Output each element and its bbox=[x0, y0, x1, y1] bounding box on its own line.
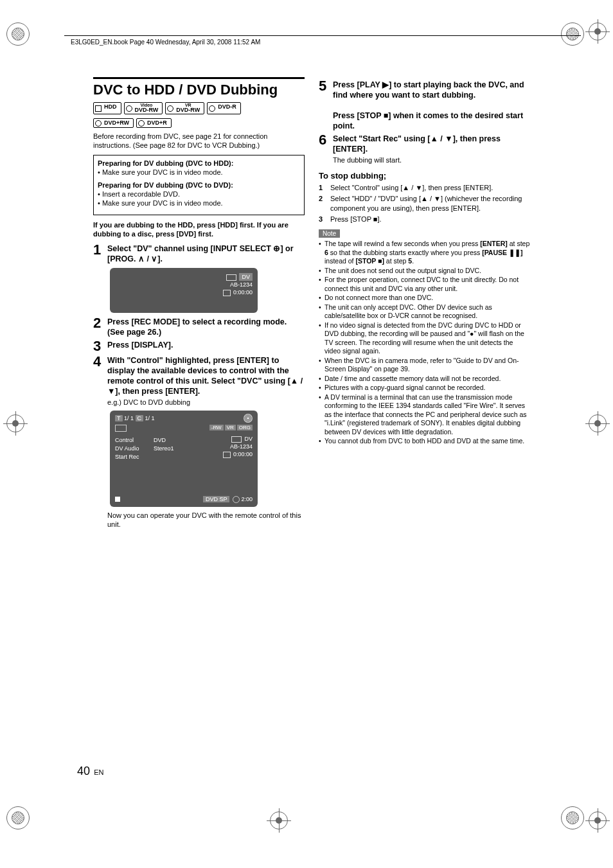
cassette-icon bbox=[223, 290, 231, 296]
note-item: A DV terminal is a terminal that can use… bbox=[319, 393, 530, 437]
note-item: If no video signal is detected from the … bbox=[319, 321, 530, 356]
intro-text: Before recording from DVC, see page 21 f… bbox=[93, 132, 305, 150]
tape-icon bbox=[115, 425, 127, 432]
section-rule bbox=[93, 77, 305, 79]
disc-icon bbox=[244, 414, 253, 423]
note-item: Do not connect more than one DVC. bbox=[319, 294, 530, 303]
stop-dubbing-heading: To stop dubbing; bbox=[319, 171, 530, 181]
notes-list: The tape will rewind a few seconds when … bbox=[319, 240, 530, 446]
media-badges-2: DVD+RW DVD+R bbox=[93, 118, 305, 128]
step-3: 3 Press [DISPLAY]. bbox=[93, 340, 305, 353]
badge-dvdrw-vr: VRDVD-RW bbox=[165, 102, 204, 114]
book-header: E3LG0ED_EN.book Page 40 Wednesday, April… bbox=[71, 39, 260, 46]
badge-dvdprw: DVD+RW bbox=[93, 118, 134, 128]
prep-hdd-item: Make sure your DVC is in video mode. bbox=[98, 168, 300, 177]
badge-dvdpr: DVD+R bbox=[136, 118, 172, 128]
prep-dvd-item: Make sure your DVC is in video mode. bbox=[98, 199, 300, 208]
badge-dvdr: DVD-R bbox=[207, 102, 241, 114]
warning-text: If you are dubbing to the HDD, press [HD… bbox=[93, 220, 305, 238]
stop-dubbing-list: 1Select "Control" using [▲ / ▼], then pr… bbox=[319, 183, 530, 224]
step-1: 1 Select "DV" channel using [INPUT SELEC… bbox=[93, 244, 305, 264]
page-title: DVC to HDD / DVD Dubbing bbox=[93, 82, 305, 98]
header-rule bbox=[64, 35, 581, 36]
badge-dvdrw-video: VideoDVD-RW bbox=[124, 102, 163, 114]
osd-screenshot-2: T 1/ 1 C 1/ 1 -RW VR ORG ControlDVD DV A… bbox=[110, 411, 258, 507]
preparation-box: Preparing for DV dubbing (DVC to HDD): M… bbox=[93, 155, 305, 215]
step-6: 6 Select "Start Rec" using [▲ / ▼], then… bbox=[319, 134, 530, 164]
note-item: The unit can only accept DVC. Other DV d… bbox=[319, 303, 530, 321]
cassette-icon bbox=[223, 452, 231, 458]
note-item: The unit does not send out the output si… bbox=[319, 267, 530, 276]
note-item: You cannot dub from DVC to both HDD and … bbox=[319, 437, 530, 446]
tape-icon bbox=[226, 274, 236, 281]
prep-hdd-title: Preparing for DV dubbing (DVC to HDD): bbox=[98, 159, 300, 168]
page-number: 40 EN bbox=[77, 765, 103, 778]
step-5: 5 Press [PLAY ▶] to start playing back t… bbox=[319, 80, 530, 131]
badge-hdd: HDD bbox=[93, 102, 121, 114]
step-2: 2 Press [REC MODE] to select a recording… bbox=[93, 317, 305, 337]
note-item: Date / time and cassette memory data wil… bbox=[319, 375, 530, 384]
screenshot-caption: Now you can operate your DVC with the re… bbox=[107, 511, 305, 529]
note-label: Note bbox=[319, 229, 340, 238]
note-item: For the proper operation, connect DVC to… bbox=[319, 276, 530, 293]
step-4: 4 With "Control" highlighted, press [ENT… bbox=[93, 355, 305, 407]
note-item: The tape will rewind a few seconds when … bbox=[319, 240, 530, 266]
note-item: When the DVC is in camera mode, refer to… bbox=[319, 357, 530, 374]
osd-screenshot-1: DV AB-1234 0:00:00 bbox=[110, 268, 258, 313]
prep-dvd-item: Insert a recordable DVD. bbox=[98, 190, 300, 199]
stop-icon bbox=[115, 497, 120, 502]
media-badges: HDD VideoDVD-RW VRDVD-RW DVD-R bbox=[93, 102, 305, 114]
note-item: Pictures with a copy-guard signal cannot… bbox=[319, 384, 530, 393]
tape-icon bbox=[231, 436, 242, 443]
clock-icon bbox=[233, 496, 240, 503]
prep-dvd-title: Preparing for DV dubbing (DVC to DVD): bbox=[98, 181, 300, 190]
